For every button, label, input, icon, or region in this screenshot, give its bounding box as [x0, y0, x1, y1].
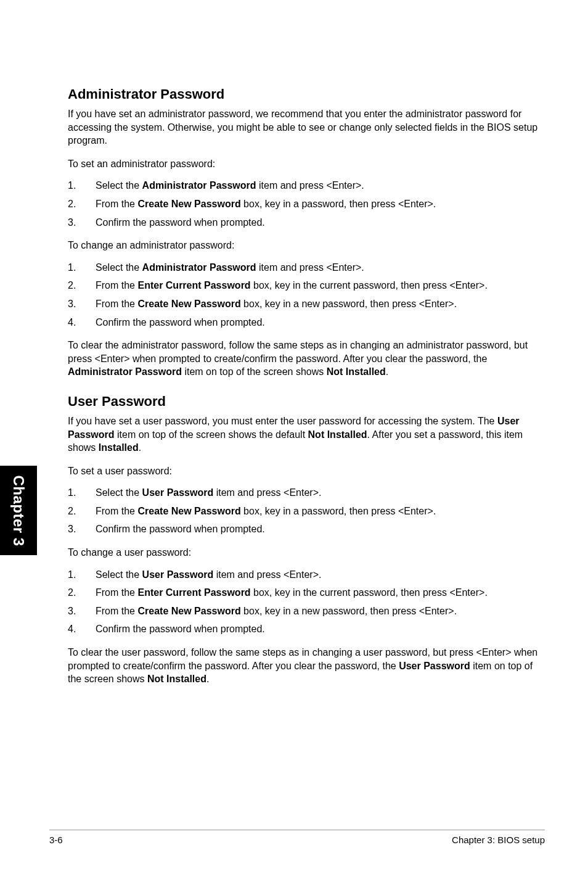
- user-set-list: Select the User Password item and press …: [68, 486, 545, 536]
- footer-divider: [49, 830, 545, 830]
- chapter-side-tab: Chapter 3: [0, 466, 37, 555]
- user-password-section: User Password If you have set a user pas…: [68, 394, 545, 686]
- list-item: From the Create New Password box, key in…: [68, 297, 545, 311]
- user-change-lead: To change a user password:: [68, 546, 545, 559]
- admin-clear-text: To clear the administrator password, fol…: [68, 339, 545, 379]
- user-intro-text: If you have set a user password, you mus…: [68, 415, 545, 455]
- list-item: From the Create New Password box, key in…: [68, 604, 545, 618]
- chapter-side-label: Chapter 3: [10, 475, 27, 546]
- admin-set-lead: To set an administrator password:: [68, 157, 545, 171]
- list-item: Confirm the password when prompted.: [68, 622, 545, 636]
- page-content: Administrator Password If you have set a…: [0, 0, 588, 686]
- list-item: Select the User Password item and press …: [68, 486, 545, 500]
- list-item: Select the User Password item and press …: [68, 568, 545, 582]
- admin-password-section: Administrator Password If you have set a…: [68, 86, 545, 379]
- list-item: Confirm the password when prompted.: [68, 522, 545, 536]
- list-item: Confirm the password when prompted.: [68, 216, 545, 229]
- page-number: 3-6: [49, 835, 63, 845]
- admin-intro-text: If you have set an administrator passwor…: [68, 107, 545, 147]
- list-item: Select the Administrator Password item a…: [68, 261, 545, 274]
- list-item: From the Create New Password box, key in…: [68, 505, 545, 518]
- admin-password-heading: Administrator Password: [68, 86, 545, 102]
- list-item: From the Enter Current Password box, key…: [68, 279, 545, 292]
- list-item: From the Enter Current Password box, key…: [68, 586, 545, 600]
- list-item: From the Create New Password box, key in…: [68, 197, 545, 211]
- user-clear-text: To clear the user password, follow the s…: [68, 646, 545, 686]
- user-set-lead: To set a user password:: [68, 464, 545, 478]
- list-item: Select the Administrator Password item a…: [68, 179, 545, 192]
- footer-chapter-label: Chapter 3: BIOS setup: [452, 835, 545, 845]
- admin-change-list: Select the Administrator Password item a…: [68, 261, 545, 329]
- user-change-list: Select the User Password item and press …: [68, 568, 545, 636]
- list-item: Confirm the password when prompted.: [68, 316, 545, 329]
- user-password-heading: User Password: [68, 394, 545, 410]
- page-footer: 3-6 Chapter 3: BIOS setup: [0, 835, 588, 845]
- admin-set-list: Select the Administrator Password item a…: [68, 179, 545, 229]
- admin-change-lead: To change an administrator password:: [68, 239, 545, 252]
